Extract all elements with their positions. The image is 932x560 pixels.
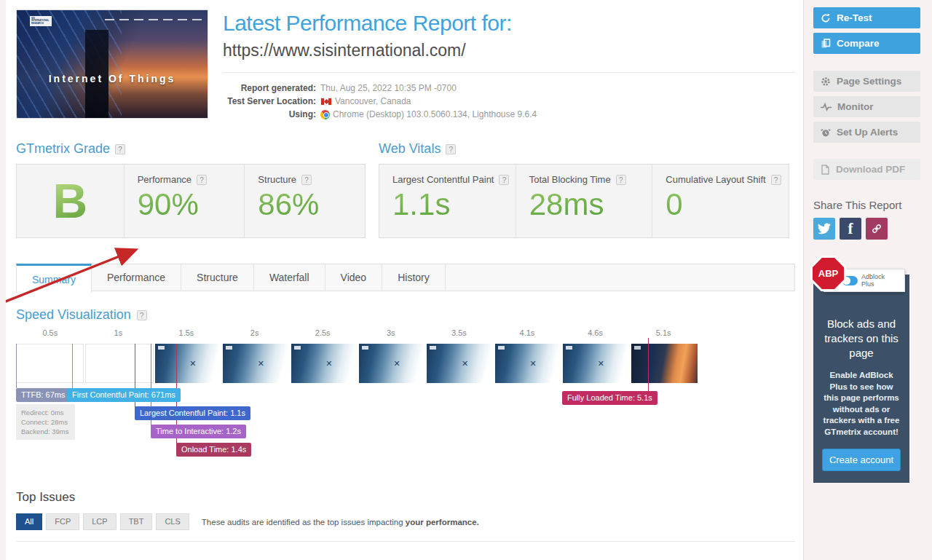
thumbnail-nav-links [105, 19, 202, 20]
fully-loaded-badge: Fully Loaded Time: 5.1s [562, 391, 657, 405]
filmstrip [16, 344, 698, 383]
fcp-badge: First Contentful Paint: 671ms [67, 388, 181, 402]
filter-lcp[interactable]: LCP [83, 513, 116, 530]
report-tabs: Summary Performance Structure Waterfall … [16, 264, 795, 291]
grade-letter-cell: B [17, 165, 124, 237]
tbt-cell: Total Blocking Time ? 28ms [516, 165, 652, 237]
report-url-link[interactable]: https://www.sisinternational.com/ [223, 41, 466, 60]
facebook-f-glyph: f [848, 220, 853, 238]
filmstrip-frame [563, 344, 629, 383]
chrome-icon [320, 110, 330, 119]
compare-button[interactable]: Compare [813, 33, 920, 54]
meta-value-text: Chrome (Desktop) 103.0.5060.134, Lightho… [333, 108, 537, 121]
tick: 2s [221, 328, 289, 337]
monitor-label: Monitor [837, 101, 874, 112]
ad-panel: Block ads and trackers on this page Enab… [813, 275, 909, 483]
help-icon[interactable]: ? [115, 144, 125, 154]
description-text: These audits are identified as the top i… [202, 518, 406, 527]
tab-performance[interactable]: Performance [92, 264, 181, 291]
thumbnail-caption: Internet Of Things [17, 73, 208, 84]
onload-badge: Onload Time: 1.4s [176, 443, 251, 457]
compare-label: Compare [837, 38, 880, 49]
facebook-share-icon[interactable]: f [840, 218, 861, 240]
pdf-icon [821, 165, 830, 175]
filmstrip-frame [631, 344, 698, 383]
sis-logo: SIS INTERNATIONAL RESEARCH [30, 16, 52, 26]
retest-button[interactable]: Re-Test [813, 7, 920, 28]
filter-tbt[interactable]: TBT [120, 513, 153, 530]
set-up-alerts-button[interactable]: Set Up Alerts [813, 122, 920, 143]
scores-section: GTmetrix Grade ? B Performance ? 90% [16, 141, 795, 238]
twitter-share-icon[interactable] [813, 218, 835, 240]
help-icon[interactable]: ? [446, 144, 456, 154]
vitals-section-title-text: Web Vitals [379, 141, 441, 157]
metric-label: Cumulative Layout Shift ? [666, 174, 789, 185]
tab-summary[interactable]: Summary [16, 264, 92, 293]
help-icon[interactable]: ? [616, 175, 626, 185]
filter-all[interactable]: All [16, 513, 42, 530]
tab-structure[interactable]: Structure [181, 264, 254, 291]
tick: 5.1s [629, 328, 698, 337]
compare-icon [821, 39, 831, 49]
sidebar-gap [813, 58, 920, 71]
metric-label: Total Blocking Time ? [529, 174, 652, 185]
site-thumbnail: SIS INTERNATIONAL RESEARCH Internet Of T… [16, 9, 208, 119]
page-settings-label: Page Settings [837, 76, 901, 87]
metric-label: Performance ? [138, 174, 245, 185]
abp-logo-text: ABP [813, 258, 844, 289]
fully-loaded-marker-line [648, 338, 649, 391]
connect-detail: Connect: 28ms [21, 417, 68, 427]
abp-toggle-label: Adblock Plus [861, 273, 899, 288]
speed-viz-title: Speed Visualization ? [16, 307, 795, 323]
download-pdf-button[interactable]: Download PDF [813, 159, 920, 180]
help-icon[interactable]: ? [137, 310, 147, 320]
download-pdf-label: Download PDF [836, 164, 905, 175]
filter-cls[interactable]: CLS [156, 513, 189, 530]
tabstrip-filler [446, 264, 794, 291]
lcp-cell: Largest Contentful Paint ? 1.1s [379, 165, 516, 237]
filmstrip-frame [427, 344, 493, 383]
adblock-promo: ABP On Adblock Plus Block ads and tracke… [813, 275, 909, 483]
copy-link-share-icon[interactable] [866, 218, 888, 240]
alarm-icon [821, 127, 831, 138]
speed-viz-canvas: 0.5s 1s 1.5s 2s 2.5s 3s 3.5s 4.1s 4.6s 5… [16, 328, 698, 468]
ttfb-marker-line [16, 344, 17, 388]
tab-video[interactable]: Video [325, 264, 383, 291]
filmstrip-frame [291, 344, 358, 383]
lcp-value: 1.1s [392, 188, 516, 221]
grade-letter: B [53, 177, 88, 225]
page-settings-button[interactable]: Page Settings [813, 71, 920, 92]
sidebar: Re-Test Compare Page Settings Monitor [803, 0, 932, 560]
vitals-box: Largest Contentful Paint ? 1.1s Total Bl… [379, 164, 789, 238]
help-icon[interactable]: ? [771, 175, 781, 185]
tick: 4.1s [493, 328, 561, 337]
cls-cell: Cumulative Layout Shift ? 0 [652, 165, 789, 237]
tick: 1.5s [152, 328, 221, 337]
description-bold-text: your performance. [406, 518, 479, 527]
ad-heading: Block ads and trackers on this page [822, 317, 901, 360]
tab-history[interactable]: History [382, 264, 446, 291]
meta-value: Thu, Aug 25, 2022 10:35 PM -0700 [320, 82, 457, 95]
help-icon[interactable]: ? [499, 175, 509, 185]
metric-label-text: Cumulative Layout Shift [666, 174, 765, 185]
meta-label: Report generated: [223, 82, 316, 95]
bottom-divider [16, 541, 795, 542]
create-account-button[interactable]: Create account [822, 449, 901, 471]
tick: 2.5s [288, 328, 357, 337]
tti-badge: Time to Interactive: 1.2s [151, 425, 246, 438]
top-issues-filters: All FCP LCP TBT CLS These audits are ide… [16, 513, 795, 530]
meta-row-browser: Using: Chrome (Desktop) 103.0.5060.134, … [223, 108, 795, 121]
lcp-badge: Largest Contentful Paint: 1.1s [135, 406, 250, 420]
filmstrip-frame [223, 344, 289, 383]
filter-fcp[interactable]: FCP [46, 513, 79, 530]
help-icon[interactable]: ? [301, 175, 312, 185]
tick: 3s [357, 328, 425, 337]
tbt-value: 28ms [529, 188, 652, 221]
tab-waterfall[interactable]: Waterfall [254, 264, 325, 291]
top-issues-description: These audits are identified as the top i… [202, 518, 479, 527]
share-icons: f [813, 218, 920, 240]
monitor-button[interactable]: Monitor [813, 96, 920, 117]
help-icon[interactable]: ? [197, 175, 207, 185]
metric-label-text: Largest Contentful Paint [392, 174, 494, 185]
meta-value-text: Vancouver, Canada [335, 95, 411, 108]
